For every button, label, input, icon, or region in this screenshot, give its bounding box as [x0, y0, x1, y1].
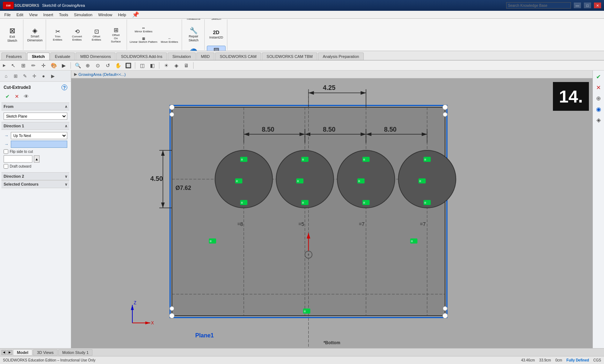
panel-sketch-btn[interactable]: ✎	[21, 72, 29, 80]
tab-analysis-prep[interactable]: Analysis Preparation	[318, 53, 364, 60]
mirror-entities-button[interactable]: ⇔ Mirror Entities	[129, 24, 158, 35]
trim-entities-button[interactable]: ✂ TrimEntities	[48, 30, 67, 40]
color-btn[interactable]: 🎨	[50, 62, 58, 69]
lighting-btn[interactable]: ☀	[162, 62, 170, 69]
cancel-button[interactable]: ✕	[13, 92, 21, 100]
zoom-box-btn[interactable]: ⊕	[84, 62, 92, 69]
push-pin-icon[interactable]: 📌	[129, 11, 142, 18]
panel-color-btn[interactable]: ●	[40, 72, 47, 80]
right-cancel-button[interactable]: ✕	[594, 83, 603, 92]
offset-surface-button[interactable]: ⊞ OffsetOnSurface	[106, 30, 125, 40]
wireframe-btn[interactable]: ◫	[138, 62, 146, 69]
feature-help-icon[interactable]: ?	[62, 85, 67, 90]
from-select[interactable]: Sketch Plane Surface/Face/Plane Vertex O…	[4, 113, 67, 120]
move-btn[interactable]: ✛	[40, 62, 47, 69]
viewport[interactable]: ▶ GrowingArea (Default<<...)	[71, 70, 592, 348]
offset-entities-button[interactable]: ⊡ OffsetEntities	[87, 30, 106, 40]
menu-edit[interactable]: Edit	[14, 12, 26, 18]
tab-simulation[interactable]: Simulation	[168, 53, 195, 60]
direction1-type-row: → Up To Next Blind Through All Up To Ver…	[4, 132, 67, 139]
instant2d-button[interactable]: 2D Instant2D	[207, 24, 226, 46]
draft-outward-checkbox[interactable]	[4, 164, 8, 169]
panel-arrow-btn[interactable]: ▶	[49, 72, 57, 80]
spinner-up-btn[interactable]: ▲	[34, 155, 40, 163]
close-button[interactable]: ✕	[594, 3, 601, 8]
from-section-header[interactable]: From ∧	[1, 103, 69, 110]
menu-simulation[interactable]: Simulation	[71, 12, 95, 18]
exit-sketch-button[interactable]: ⊠ ExitSketch	[3, 24, 22, 46]
bottom-tab-model[interactable]: Model	[13, 349, 32, 356]
move-entities-button[interactable]: ↔ Move Entities	[159, 35, 180, 45]
flip-side-checkbox[interactable]	[4, 149, 8, 154]
convert-entities-button[interactable]: ⟲ ConvertEntities	[68, 30, 86, 40]
direction1-value-input[interactable]	[11, 141, 67, 148]
left-panel: ⌂ ⊞ ✎ ✛ ● ▶ Cut-Extrude3 ? ✔ ✕ 👁 From ∧	[0, 70, 71, 348]
rapid-sketch-button[interactable]: ⚡ RapidSketch	[207, 19, 226, 24]
right-confirm-button[interactable]: ✔	[594, 72, 603, 81]
bottom-tab-motion[interactable]: Motion Study 1	[58, 349, 92, 356]
nav-right-btn[interactable]: ▶	[7, 350, 12, 355]
menu-tools[interactable]: Tools	[56, 12, 71, 18]
tab-sw-cam-tbm[interactable]: SOLIDWORKS CAM TBM	[262, 53, 317, 60]
right-btn-5[interactable]: ◈	[594, 115, 603, 124]
view3d-btn[interactable]: 🔲	[124, 62, 132, 69]
fully-defined-status: Fully Defined	[567, 358, 589, 362]
breadcrumb-path[interactable]: GrowingArea (Default<<...)	[78, 72, 126, 77]
grid-btn[interactable]: ⊞	[19, 62, 27, 69]
pan-btn[interactable]: ✋	[114, 62, 122, 69]
shaded-contours-icon: ▨	[213, 47, 219, 51]
right-btn-4[interactable]: ◉	[594, 104, 603, 114]
search-input[interactable]	[506, 2, 571, 9]
smart-dimension-button[interactable]: ◈ SmartDimension	[26, 24, 44, 46]
canvas-area[interactable]: 4.25 4.50 8.50	[71, 78, 592, 348]
display-delete-relations-button[interactable]: ≈ Display/DeleteRelations	[184, 19, 203, 24]
menu-help[interactable]: Help	[115, 12, 129, 18]
convert-icon: ⟲	[75, 28, 80, 35]
shaded-btn[interactable]: ◧	[148, 62, 156, 69]
svg-text:4.50: 4.50	[150, 175, 163, 182]
tab-sw-addins[interactable]: SOLIDWORKS Add-Ins	[116, 53, 167, 60]
confirm-button[interactable]: ✔	[4, 92, 12, 100]
menu-file[interactable]: File	[1, 12, 14, 18]
right-arrow-btn[interactable]: ▶	[60, 62, 68, 69]
zoom-fit-btn[interactable]: ⊙	[94, 62, 102, 69]
nav-left-btn[interactable]: ◀	[1, 350, 6, 355]
direction2-section-header[interactable]: Direction 2 ∨	[1, 172, 69, 180]
repair-sketch-button[interactable]: 🔧 RepairSketch	[184, 24, 203, 46]
tab-evaluate[interactable]: Evaluate	[50, 53, 75, 60]
tab-sw-cam[interactable]: SOLIDWORKS CAM	[215, 53, 261, 60]
smart-dim-icon: ◈	[32, 27, 37, 34]
selected-contours-section-header[interactable]: Selected Contours ∨	[1, 180, 69, 188]
direction1-section-header[interactable]: Direction 1 ∧	[1, 122, 69, 130]
menu-window[interactable]: Window	[95, 12, 115, 18]
quick-snaps-button[interactable]: 🔵 QuickSnaps	[184, 46, 203, 51]
mirror-icon: ⇔	[142, 26, 145, 30]
appearance-btn[interactable]: ◈	[172, 62, 180, 69]
tree-arrow: ▶	[3, 63, 6, 67]
minimize-button[interactable]: —	[574, 3, 581, 8]
linear-sketch-pattern-button[interactable]: ▦ Linear Sketch Pattern	[129, 35, 158, 45]
preview-button[interactable]: 👁	[22, 92, 30, 100]
menu-insert[interactable]: Insert	[40, 12, 56, 18]
rotate-btn[interactable]: ↺	[104, 62, 112, 69]
menu-view[interactable]: View	[26, 12, 41, 18]
bottom-tab-3dviews[interactable]: 3D Views	[33, 349, 58, 356]
tab-features[interactable]: Features	[1, 53, 26, 60]
right-btn-3[interactable]: ⊕	[594, 94, 603, 103]
spinner-input[interactable]	[4, 155, 32, 163]
feature-title: Cut-Extrude3 ?	[1, 83, 69, 92]
panel-move-btn[interactable]: ✛	[30, 72, 38, 80]
panel-home-btn[interactable]: ⌂	[2, 72, 10, 80]
tab-mbd-dimensions[interactable]: MBD Dimensions	[76, 53, 115, 60]
svg-text:≡: ≡	[241, 158, 243, 161]
tab-mbd[interactable]: MBD	[196, 53, 214, 60]
zoom-btn[interactable]: 🔍	[74, 62, 82, 69]
panel-grid-btn[interactable]: ⊞	[12, 72, 19, 80]
tab-sketch[interactable]: Sketch	[27, 53, 49, 60]
maximize-button[interactable]: □	[584, 3, 591, 8]
shaded-sketch-contours-button[interactable]: ▨ ShadedSketchContours	[207, 46, 226, 51]
direction1-type-select[interactable]: Up To Next Blind Through All Up To Verte…	[11, 132, 67, 139]
sketch-btn[interactable]: ✏	[29, 62, 37, 69]
monitor-btn[interactable]: 🖥	[182, 62, 190, 69]
select-btn[interactable]: ↖	[9, 62, 17, 69]
